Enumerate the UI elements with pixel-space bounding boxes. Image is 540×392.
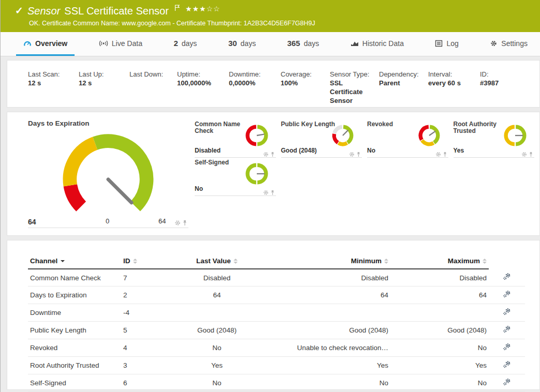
priority-stars[interactable]: ★★★☆☆ — [185, 2, 221, 16]
gear-icon — [490, 40, 498, 47]
tab-2-days[interactable]: 2 days — [166, 32, 204, 56]
channel-name[interactable]: Self-Signed — [28, 374, 121, 392]
table-row: Downtime -4 — [28, 304, 525, 322]
gauge-current-value: 64 — [28, 218, 36, 226]
info-sensor-type: Sensor Type: SSL Certificate Sensor — [330, 70, 379, 107]
channel-settings-icon[interactable] — [503, 325, 511, 335]
empty-gauge-cell — [454, 158, 535, 196]
table-row: Self-Signed 6 No No No — [28, 374, 525, 392]
gauge-public-key-length[interactable]: Public Key Length Good (2048) — [281, 119, 362, 158]
tab-30-days[interactable]: 30 days — [221, 32, 263, 56]
status-ok-icon: ✓ — [15, 4, 23, 18]
sensor-info-strip: Last Scan: 12 s Last Up: 12 s Last Down:… — [7, 60, 540, 108]
info-dependency: Dependency: Parent — [379, 70, 428, 107]
info-downtime: Downtime: 0,0000% — [229, 70, 281, 107]
channel-settings-icon[interactable] — [503, 308, 511, 318]
column-header-maximum[interactable]: Maximum — [390, 255, 489, 269]
gauge-self-signed[interactable]: Self-Signed No — [195, 158, 276, 196]
gear-icon[interactable] — [435, 152, 441, 157]
sort-icon — [384, 259, 388, 264]
gauges-panel: Days to Expiration 64 0 64 — [7, 112, 540, 236]
column-header-minimum[interactable]: Minimum — [266, 255, 390, 269]
table-row: Common Name Check 7 Disabled Disabled Di… — [28, 269, 525, 287]
sort-icon — [133, 259, 137, 264]
gear-icon[interactable] — [263, 190, 269, 195]
gauge-needle — [108, 179, 132, 203]
pin-icon[interactable] — [270, 190, 275, 195]
revoked-ring — [417, 124, 441, 147]
log-icon — [435, 40, 443, 47]
sort-icon — [233, 259, 238, 264]
gauge-scale-max: 64 — [158, 217, 166, 225]
table-row: Days to Expiration 2 64 64 64 — [28, 287, 525, 304]
gear-icon[interactable] — [174, 220, 181, 226]
info-coverage: Coverage: 100% — [281, 70, 330, 107]
pin-icon[interactable] — [270, 152, 275, 157]
column-header-last-value[interactable]: Last Value — [168, 255, 266, 269]
info-uptime: Uptime: 100,0000% — [177, 70, 229, 107]
historic-chart-icon — [351, 40, 359, 47]
pin-icon[interactable] — [443, 152, 447, 157]
days-to-expiration-gauge — [43, 128, 173, 215]
gear-icon[interactable] — [349, 152, 355, 157]
tab-bar: Overview Live Data 2 days 30 days 365 da… — [1, 32, 540, 56]
object-kind-label: Sensor — [27, 4, 60, 18]
public-key-length-ring — [331, 124, 355, 147]
column-header-channel[interactable]: Channel — [28, 255, 121, 269]
channel-name[interactable]: Common Name Check — [28, 269, 121, 287]
channel-table-panel: Channel ID Last Value Minimum Maximum Co… — [7, 240, 540, 390]
channel-settings-icon[interactable] — [503, 378, 511, 388]
info-last-scan: Last Scan: 12 s — [28, 70, 79, 107]
channel-name[interactable]: Downtime — [28, 304, 121, 322]
pin-icon[interactable] — [529, 152, 533, 157]
sensor-header: ✓ Sensor SSL Certificate Sensor ★★★☆☆ OK… — [1, 0, 540, 32]
main-gauge-days-to-expiration[interactable]: Days to Expiration 64 0 64 — [28, 119, 188, 228]
info-last-down: Last Down: — [129, 70, 177, 107]
gear-icon[interactable] — [263, 152, 269, 157]
channel-name[interactable]: Revoked — [28, 339, 121, 357]
column-header-settings — [489, 255, 525, 269]
sort-icon — [483, 259, 487, 264]
sensor-status-message: OK. Certificate Common Name: www.google.… — [15, 18, 540, 27]
tab-365-days[interactable]: 365 days — [280, 32, 327, 56]
root-authority-trusted-ring — [503, 124, 527, 147]
gauge-common-name-check[interactable]: Common Name Check Disabled — [195, 119, 276, 158]
channel-name[interactable]: Public Key Length — [28, 322, 121, 339]
info-id: ID: #3987 — [480, 70, 534, 107]
live-signal-icon — [99, 40, 108, 47]
tab-historic-data[interactable]: Historic Data — [343, 32, 411, 56]
gauge-revoked[interactable]: Revoked No — [367, 119, 448, 158]
channel-table: Channel ID Last Value Minimum Maximum Co… — [28, 255, 525, 392]
gauge-scale-min: 0 — [106, 217, 109, 225]
page-title: SSL Certificate Sensor — [64, 4, 169, 18]
table-row: Public Key Length 5 Good (2048) Good (20… — [28, 322, 525, 339]
channel-settings-icon[interactable] — [503, 360, 511, 370]
common-name-check-ring — [245, 124, 269, 147]
gauge-icon — [23, 40, 32, 47]
channel-name[interactable]: Days to Expiration — [28, 287, 121, 304]
pin-icon[interactable] — [356, 152, 361, 157]
column-header-id[interactable]: ID — [121, 255, 168, 269]
channel-settings-icon[interactable] — [503, 290, 511, 300]
tab-log[interactable]: Log — [428, 32, 465, 56]
tab-overview[interactable]: Overview — [16, 32, 75, 56]
tab-settings[interactable]: Settings — [483, 32, 535, 56]
empty-gauge-cell — [281, 158, 362, 196]
table-row: Root Authority Trusted 3 Yes Yes Yes — [28, 357, 525, 374]
empty-gauge-cell — [367, 158, 448, 196]
gear-icon[interactable] — [521, 152, 527, 157]
tab-live-data[interactable]: Live Data — [92, 32, 150, 56]
channel-name[interactable]: Root Authority Trusted — [28, 357, 121, 374]
priority-flag-icon[interactable] — [174, 2, 180, 16]
channel-gauges-grid: Common Name Check Disabled Public Key Le… — [195, 119, 534, 235]
gauge-root-authority-trusted[interactable]: Root Authority Trusted Yes — [454, 119, 535, 158]
table-row: Revoked 4 No Unable to check revocation…… — [28, 339, 525, 357]
self-signed-ring — [245, 162, 269, 186]
pin-icon[interactable] — [182, 220, 187, 226]
channel-settings-icon[interactable] — [503, 343, 511, 353]
channel-settings-icon[interactable] — [503, 273, 511, 282]
sort-desc-icon — [61, 260, 65, 262]
info-interval: Interval: every 60 s — [428, 70, 480, 107]
info-last-up: Last Up: 12 s — [79, 70, 129, 107]
